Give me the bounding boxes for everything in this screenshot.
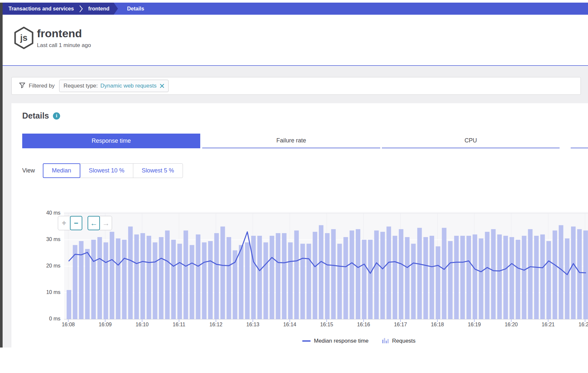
view-selector-row: View Median Slowest 10 % Slowest 5 % xyxy=(22,163,183,178)
tab-failure-rate[interactable]: Failure rate xyxy=(202,134,380,148)
last-call-status: Last call 1 minute ago xyxy=(37,42,91,49)
x-tick-label: 16:17 xyxy=(389,322,412,328)
filter-bar: Filtered by Request type: Dynamic web re… xyxy=(11,77,581,95)
requests-bar xyxy=(460,236,465,319)
y-tick-label: 10 ms xyxy=(11,289,60,295)
requests-bar xyxy=(134,235,139,319)
pan-right-button[interactable]: → xyxy=(100,216,112,230)
x-tick-label: 16:12 xyxy=(204,322,227,328)
page-background-band: Filtered by Request type: Dynamic web re… xyxy=(3,67,588,348)
requests-bar xyxy=(159,237,163,319)
y-tick-label: 20 ms xyxy=(11,263,60,269)
requests-bar xyxy=(436,246,440,319)
zoom-out-button[interactable]: − xyxy=(70,216,82,230)
details-heading: Details xyxy=(22,111,49,121)
requests-bar xyxy=(393,236,397,319)
requests-bar xyxy=(214,233,219,319)
requests-bar xyxy=(454,236,459,319)
requests-bar xyxy=(208,241,213,319)
collapsed-sidebar-strip[interactable] xyxy=(0,3,3,348)
requests-bar xyxy=(116,238,121,319)
requests-bar xyxy=(128,227,133,319)
page-title: frontend xyxy=(37,27,82,40)
view-option-slowest-10[interactable]: Slowest 10 % xyxy=(80,163,133,178)
requests-bar xyxy=(177,244,182,319)
chart-zoom-controls: + − xyxy=(58,216,82,230)
breadcrumb-item-details[interactable]: Details xyxy=(127,3,144,15)
x-tick-label: 16:09 xyxy=(94,322,117,328)
requests-bar xyxy=(503,236,508,319)
remove-filter-icon[interactable] xyxy=(160,84,164,88)
x-tick-label: 16:15 xyxy=(315,322,338,328)
requests-bar xyxy=(79,241,84,319)
requests-bar xyxy=(306,244,311,319)
chevron-right-icon xyxy=(79,5,83,13)
requests-bar xyxy=(368,240,373,319)
requests-bar xyxy=(423,237,428,319)
zoom-in-button[interactable]: + xyxy=(58,216,70,230)
tab-partial-offscreen[interactable] xyxy=(571,134,588,148)
requests-bar xyxy=(91,240,96,319)
x-tick-label: 16:18 xyxy=(426,322,449,328)
requests-bar xyxy=(239,245,243,319)
requests-bar xyxy=(202,242,206,319)
requests-bar xyxy=(264,242,268,319)
requests-bar xyxy=(288,242,293,319)
requests-bar xyxy=(276,233,280,319)
requests-bar xyxy=(67,290,71,319)
view-label: View xyxy=(22,167,35,174)
line-swatch-icon xyxy=(302,340,311,342)
tab-response-time[interactable]: Response time xyxy=(22,134,200,148)
requests-bar xyxy=(343,237,348,319)
service-header: js frontend Last call 1 minute ago xyxy=(3,15,588,66)
response-time-chart: + − ← → 0 ms10 ms20 ms30 ms40 ms 16:0816… xyxy=(11,183,588,346)
requests-bar xyxy=(356,229,360,319)
tab-cpu[interactable]: CPU xyxy=(382,134,560,148)
requests-bar xyxy=(337,244,342,319)
view-option-median[interactable]: Median xyxy=(43,163,80,178)
requests-bar xyxy=(227,237,231,319)
requests-bar xyxy=(386,227,391,319)
requests-bar xyxy=(140,233,145,319)
x-tick-label: 16:22 xyxy=(574,322,588,328)
requests-bar xyxy=(350,231,354,319)
requests-bar xyxy=(196,235,200,319)
breadcrumb-item-transactions-and-services[interactable]: Transactions and services xyxy=(8,6,74,12)
requests-bar xyxy=(411,244,416,319)
y-tick-label: 40 ms xyxy=(11,210,60,216)
requests-bar xyxy=(417,228,422,319)
requests-bar xyxy=(479,238,483,319)
requests-bar xyxy=(97,237,102,319)
info-icon[interactable]: i xyxy=(53,112,60,120)
requests-bar xyxy=(85,249,90,319)
requests-bar xyxy=(282,233,286,319)
view-option-slowest-5[interactable]: Slowest 5 % xyxy=(133,163,183,178)
requests-bar xyxy=(540,235,545,319)
filter-chip-request-type[interactable]: Request type: Dynamic web requests xyxy=(59,80,169,92)
requests-bar xyxy=(294,231,299,319)
legend-median-response-time: Median response time xyxy=(302,338,368,344)
breadcrumb: Transactions and services frontend Detai… xyxy=(3,3,588,15)
requests-bar xyxy=(147,236,151,319)
y-axis-labels: 0 ms10 ms20 ms30 ms40 ms xyxy=(11,212,60,322)
requests-bar xyxy=(251,236,256,319)
requests-bar xyxy=(473,235,477,319)
breadcrumb-item-frontend[interactable]: frontend xyxy=(88,6,109,12)
x-tick-label: 16:14 xyxy=(278,322,301,328)
breadcrumb-dark-group: Transactions and services frontend xyxy=(3,3,118,15)
chart-plot-svg xyxy=(64,212,588,322)
y-tick-label: 30 ms xyxy=(11,236,60,242)
x-tick-label: 16:16 xyxy=(352,322,375,328)
chart-pan-controls: ← → xyxy=(88,216,112,230)
legend-requests: Requests xyxy=(382,337,416,345)
chart-plot[interactable] xyxy=(64,212,588,322)
requests-bar xyxy=(362,240,367,319)
requests-bar xyxy=(571,227,576,319)
view-segmented-control: Median Slowest 10 % Slowest 5 % xyxy=(43,163,183,178)
requests-bar xyxy=(313,232,317,319)
x-tick-label: 16:20 xyxy=(500,322,523,328)
pan-left-button[interactable]: ← xyxy=(88,216,100,230)
requests-bar xyxy=(528,229,532,319)
requests-bar xyxy=(374,231,379,319)
requests-bar xyxy=(110,232,114,319)
